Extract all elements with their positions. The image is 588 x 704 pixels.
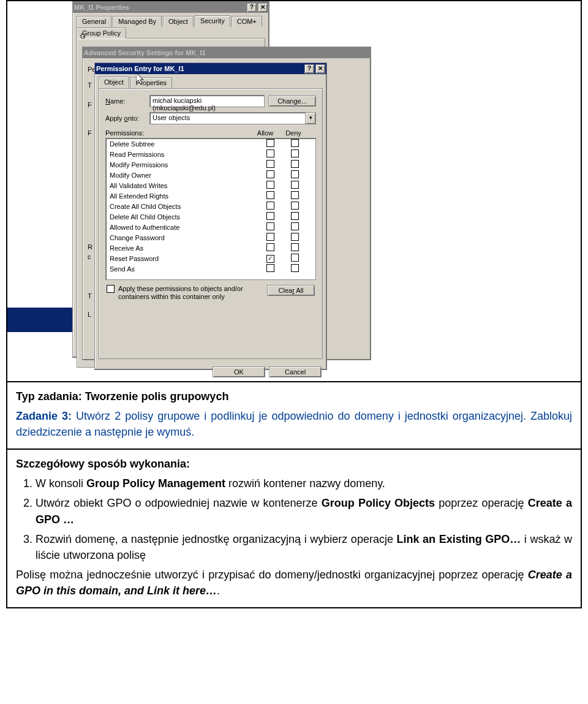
allow-checkbox[interactable] [266, 139, 274, 147]
typ-zadania-line: Typ zadania: Tworzenie polis grupowych [16, 388, 572, 404]
tabs-permission-entry: Object Properties [95, 74, 326, 88]
tabs-properties: General Managed By Object Security COM+ … [73, 13, 269, 38]
allow-checkbox[interactable] [266, 233, 274, 241]
allow-checkbox[interactable] [266, 264, 274, 272]
allow-checkbox[interactable] [266, 222, 274, 230]
allow-label: Allow [251, 129, 279, 137]
permission-entry-body: Name: michal kuciapski (mkuciapski@edu.p… [99, 88, 323, 359]
apply-these-label: Apply these permissions to objects and/o… [118, 285, 243, 301]
deny-checkbox[interactable] [291, 222, 299, 230]
tab-object[interactable]: Object [99, 77, 129, 88]
permission-row: Read Permissions [106, 149, 315, 159]
allow-checkbox[interactable] [266, 191, 274, 199]
zadanie-label: Zadanie 3: [16, 410, 72, 422]
allow-checkbox[interactable] [266, 170, 274, 178]
permissions-list[interactable]: Delete SubtreeRead PermissionsModify Per… [105, 138, 316, 280]
deny-checkbox[interactable] [291, 139, 299, 147]
apply-onto-row: Apply onto: User objects ▾ [105, 112, 316, 124]
permission-name: Modify Permissions [110, 161, 258, 168]
permission-row: Modify Permissions [106, 159, 315, 170]
allow-checkbox[interactable] [266, 150, 274, 157]
permission-name: Receive As [110, 244, 258, 252]
leftover-g: G [80, 32, 86, 40]
permission-name: Send As [110, 265, 258, 273]
help-button[interactable]: ? [247, 3, 257, 12]
permission-row: All Validated Writes [106, 180, 315, 191]
deny-checkbox[interactable] [291, 202, 299, 210]
task-header-box: Typ zadania: Tworzenie polis grupowych Z… [6, 381, 582, 450]
cancel-button[interactable]: Cancel [269, 366, 322, 377]
leftover-c: c [88, 253, 91, 260]
ok-button[interactable]: OK [213, 366, 265, 377]
deny-checkbox[interactable] [291, 212, 299, 220]
permissions-label: Permissions: [105, 129, 251, 137]
close-button[interactable]: ✕ [258, 3, 268, 12]
clear-all-button[interactable]: Clear All [267, 285, 315, 296]
permission-name: Allowed to Authenticate [110, 224, 258, 231]
tab-properties[interactable]: Properties [130, 77, 172, 88]
permission-name: Read Permissions [110, 151, 258, 158]
zadanie-line: Zadanie 3: Utwórz 2 polisy grupowe i pod… [16, 408, 572, 440]
allow-checkbox[interactable] [266, 243, 274, 251]
deny-checkbox[interactable] [291, 191, 299, 199]
permission-row: Change Password [106, 232, 315, 243]
permission-name: Modify Owner [110, 172, 258, 179]
dialog-buttons: OK Cancel [95, 363, 326, 381]
deny-checkbox[interactable] [291, 150, 299, 157]
screenshot-region: MK_I1 Properties ? ✕ General Managed By … [6, 0, 582, 381]
tab-security[interactable]: Security [195, 15, 230, 27]
steps-list: W konsoli Group Policy Management rozwiń… [16, 475, 572, 562]
deny-checkbox[interactable] [291, 160, 299, 168]
permission-row: Reset Password✓ [106, 253, 315, 263]
tab-com-plus[interactable]: COM+ [232, 16, 262, 27]
close-button[interactable]: ✕ [315, 64, 325, 74]
deny-checkbox[interactable] [291, 264, 299, 272]
permission-row: Delete All Child Objects [106, 211, 315, 222]
permissions-header: Permissions: Allow Deny [105, 129, 316, 137]
deny-checkbox[interactable] [291, 254, 299, 262]
name-input[interactable]: michal kuciapski (mkuciapski@edu.pl) [149, 95, 265, 107]
tab-managed-by[interactable]: Managed By [113, 16, 162, 27]
deny-checkbox[interactable] [291, 170, 299, 178]
allow-checkbox[interactable] [266, 212, 274, 220]
apply-these-checkbox[interactable] [107, 285, 115, 293]
leftover-r: R [88, 243, 92, 251]
step-1: W konsoli Group Policy Management rozwiń… [36, 475, 572, 491]
deny-checkbox[interactable] [291, 233, 299, 241]
titlebar-properties[interactable]: MK_I1 Properties ? ✕ [73, 2, 269, 13]
deny-checkbox[interactable] [291, 243, 299, 251]
allow-checkbox[interactable] [266, 202, 274, 210]
titlebar-permission-entry[interactable]: Permission Entry for MK_I1 ? ✕ [95, 63, 326, 74]
permission-name: All Validated Writes [110, 182, 258, 189]
permission-row: Modify Owner [106, 170, 315, 180]
allow-checkbox[interactable] [266, 181, 274, 189]
deny-checkbox[interactable] [291, 181, 299, 189]
step-3: Rozwiń domenę, a następnie jednostkę org… [36, 531, 572, 563]
tab-general[interactable]: General [77, 16, 111, 27]
titlebar-text: Permission Entry for MK_I1 [96, 65, 184, 72]
typ-zadania-label: Typ zadania: [16, 390, 82, 403]
zadanie-text: Utwórz 2 polisy grupowe i podlinkuj je o… [16, 410, 572, 438]
titlebar-text: MK_I1 Properties [74, 4, 129, 11]
tab-object[interactable]: Object [163, 16, 194, 27]
titlebar-text: Advanced Security Settings for MK_I1 [84, 49, 206, 56]
typ-zadania-value: Tworzenie polis grupowych [85, 390, 229, 403]
help-button[interactable]: ? [304, 64, 314, 74]
allow-checkbox[interactable]: ✓ [266, 255, 274, 263]
apply-onto-combo[interactable]: User objects [149, 112, 306, 124]
name-row: Name: michal kuciapski (mkuciapski@edu.p… [105, 95, 316, 107]
titlebar-advanced[interactable]: Advanced Security Settings for MK_I1 [83, 47, 371, 58]
permission-row: All Extended Rights [106, 191, 315, 201]
permission-name: Change Password [110, 234, 258, 241]
chevron-down-icon[interactable]: ▾ [306, 112, 316, 124]
szczegolowy-label: Szczegółowy sposób wykonania: [16, 456, 572, 472]
permission-name: Create All Child Objects [110, 203, 258, 210]
deny-label: Deny [279, 129, 307, 137]
permission-row: Delete Subtree [106, 138, 315, 149]
step-2: Utwórz obiekt GPO o odpowiedniej nazwie … [36, 495, 572, 527]
permission-name: Reset Password [110, 255, 258, 262]
allow-checkbox[interactable] [266, 160, 274, 168]
permission-name: Delete All Child Objects [110, 213, 258, 221]
permission-row: Send As [106, 263, 315, 274]
change-button[interactable]: Change... [268, 96, 316, 107]
